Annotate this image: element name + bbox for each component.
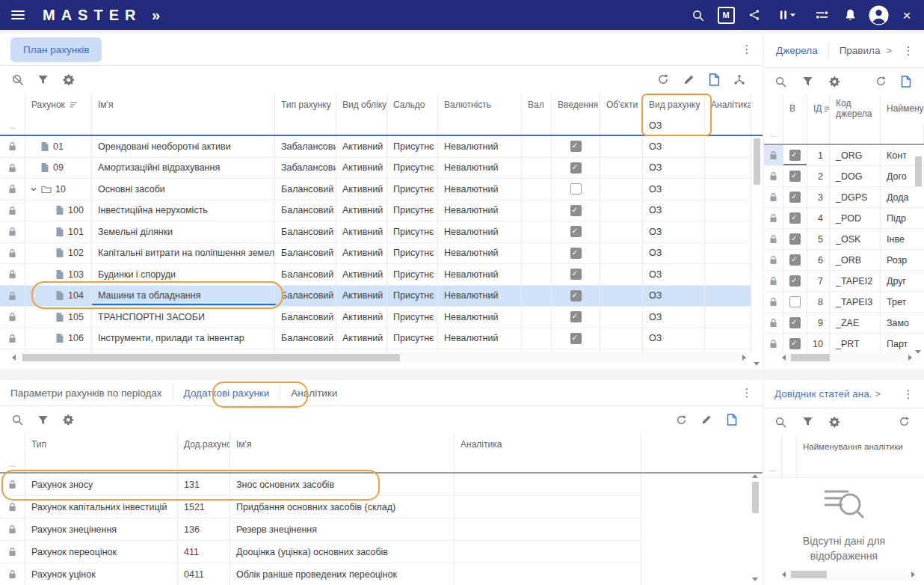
enabled-checkbox[interactable]	[789, 275, 801, 287]
filter-cell[interactable]	[552, 116, 600, 135]
source-row[interactable]: 5_OSKІнве	[764, 229, 924, 250]
account-cell[interactable]: 103	[25, 264, 92, 286]
account-row[interactable]: 100Інвестиційна нерухомістьБалансовийАкт…	[0, 200, 763, 222]
account-cell[interactable]: 100	[25, 200, 92, 222]
column-header[interactable]: В	[783, 94, 807, 124]
user-avatar[interactable]	[864, 0, 893, 30]
accounts-vscrollbar[interactable]	[752, 138, 762, 355]
tab-dovidnyk-statei[interactable]: Довідник статей ана.	[774, 388, 872, 399]
menu-icon[interactable]	[11, 10, 25, 19]
filter-icon[interactable]	[794, 411, 821, 433]
source-row[interactable]: 8_TAPEI3Трет	[764, 292, 924, 313]
close-icon[interactable]: ×	[893, 0, 921, 30]
enabled-checkbox[interactable]	[789, 317, 801, 328]
column-header[interactable]: Сальдо	[387, 93, 438, 116]
source-row[interactable]: 10_PRTПарт	[764, 334, 924, 352]
scroll-left-icon[interactable]	[782, 355, 786, 361]
scroll-right-icon[interactable]	[742, 355, 746, 361]
account-cell[interactable]: 01	[25, 136, 92, 158]
account-row[interactable]: 09Амортизаційні відрахуванняЗабалансовий…	[0, 158, 763, 180]
refresh-icon[interactable]	[867, 70, 894, 93]
gutter-header[interactable]	[764, 435, 782, 459]
column-header[interactable]: Найменування	[881, 94, 924, 124]
account-cell[interactable]: 101	[25, 221, 92, 243]
additional-account-row[interactable]: Рахунок зносу131Знос основних засобів	[0, 474, 763, 496]
column-header[interactable]: Найменування аналітики	[797, 435, 924, 459]
search-icon[interactable]	[683, 0, 712, 30]
column-header[interactable]: Аналітика	[455, 433, 641, 455]
account-cell[interactable]: 104	[25, 286, 92, 307]
source-row[interactable]: 1_ORGКонт	[764, 145, 924, 166]
filter-cell[interactable]	[782, 459, 797, 478]
sources-hscrollbar[interactable]	[780, 352, 914, 364]
more-menu-icon[interactable]: ⋮	[900, 44, 917, 58]
account-cell[interactable]: 106	[25, 328, 92, 350]
tab-plan-rahunkiv[interactable]: План рахунків	[10, 37, 102, 62]
filter-cell[interactable]: ОЗ	[643, 116, 705, 135]
refresh-icon[interactable]	[650, 68, 676, 91]
entry-checkbox[interactable]	[570, 183, 582, 195]
account-cell[interactable]: 102	[25, 243, 92, 265]
filter-cell[interactable]	[178, 455, 230, 472]
entry-checkbox[interactable]	[570, 141, 582, 152]
scrollbar-thumb[interactable]	[754, 138, 760, 185]
column-header[interactable]: Аналітика1	[705, 93, 751, 116]
additional-account-row[interactable]: Рахунок уцінок0411Облік раніше проведени…	[0, 563, 763, 585]
scrollbar-thumb[interactable]	[752, 482, 759, 513]
entry-checkbox[interactable]	[570, 333, 582, 344]
scroll-left-icon[interactable]	[782, 572, 786, 578]
account-row[interactable]: 103Будинки і спорудиБалансовийАктивнийПр…	[0, 264, 763, 286]
settings-gear-icon[interactable]	[821, 411, 848, 433]
tabs-overflow-icon[interactable]: >	[886, 45, 892, 56]
tab-parametry-periodiv[interactable]: Параметри рахунків по періодах	[0, 388, 173, 399]
search-icon[interactable]	[767, 411, 794, 433]
column-header[interactable]: Ім'я	[92, 93, 275, 116]
column-header[interactable]: Валютність	[438, 93, 522, 116]
entry-checkbox[interactable]	[570, 311, 582, 322]
new-document-icon[interactable]	[701, 68, 727, 91]
settings-gear-icon[interactable]	[821, 70, 848, 93]
search-icon[interactable]	[4, 408, 30, 431]
tab-pravyla[interactable]: Правила	[829, 45, 891, 56]
filter-cell[interactable]: ...	[0, 116, 25, 135]
sources-vscrollbar[interactable]	[914, 146, 923, 348]
scroll-left-icon[interactable]	[12, 355, 16, 361]
column-header[interactable]: Код джерела	[830, 94, 881, 124]
more-menu-icon[interactable]: ⋮	[739, 386, 755, 399]
filter-cell[interactable]: ...	[0, 455, 25, 472]
source-row[interactable]: 2_DOGДого	[764, 166, 924, 187]
filter-cell[interactable]	[830, 124, 881, 144]
accounts-hscrollbar[interactable]	[10, 352, 748, 364]
filter-cell[interactable]	[92, 116, 275, 135]
enabled-checkbox[interactable]	[789, 171, 801, 182]
column-header[interactable]: Вид рахунку	[643, 93, 705, 116]
entry-checkbox[interactable]	[570, 162, 582, 174]
tab-dzherela[interactable]: Джерела	[764, 45, 828, 56]
scrollbar-thumb[interactable]	[22, 354, 400, 361]
filter-cell[interactable]	[387, 116, 438, 135]
filter-icon[interactable]	[794, 70, 821, 93]
gutter-header[interactable]	[764, 94, 783, 124]
tab-analityky[interactable]: Аналітики	[280, 388, 348, 399]
more-menu-icon[interactable]: ⋮	[900, 388, 917, 401]
entry-checkbox[interactable]	[570, 269, 582, 280]
enabled-checkbox[interactable]	[789, 233, 801, 245]
column-header[interactable]: Тип	[25, 433, 178, 455]
source-row[interactable]: 7_TAPEI2Друг	[764, 271, 924, 292]
more-menu-icon[interactable]: ⋮	[739, 43, 755, 56]
settings-gear-icon[interactable]	[55, 68, 81, 91]
scrollbar-thumb[interactable]	[791, 571, 827, 578]
account-cell[interactable]: 09	[25, 158, 92, 180]
source-row[interactable]: 4_PODПідр	[764, 208, 924, 229]
column-header[interactable]	[782, 435, 797, 459]
scroll-down-icon[interactable]	[754, 362, 760, 366]
column-header[interactable]: Об'єкти	[600, 93, 643, 116]
account-row[interactable]: 102Капітальні витрати на поліпшення земе…	[0, 243, 763, 265]
additional-account-row[interactable]: Рахунок капітальних інвестицій1521Придба…	[0, 496, 763, 518]
scroll-down-icon[interactable]	[915, 350, 921, 354]
column-header[interactable]: Рахунок	[25, 93, 92, 116]
enabled-checkbox[interactable]	[789, 296, 801, 307]
filter-cell[interactable]	[336, 116, 387, 135]
tab-dodatkovi-rahunky[interactable]: Додаткові рахунки	[173, 388, 280, 399]
account-row[interactable]: 10Основні засобиБалансовийАктивнийПрисут…	[0, 179, 763, 200]
